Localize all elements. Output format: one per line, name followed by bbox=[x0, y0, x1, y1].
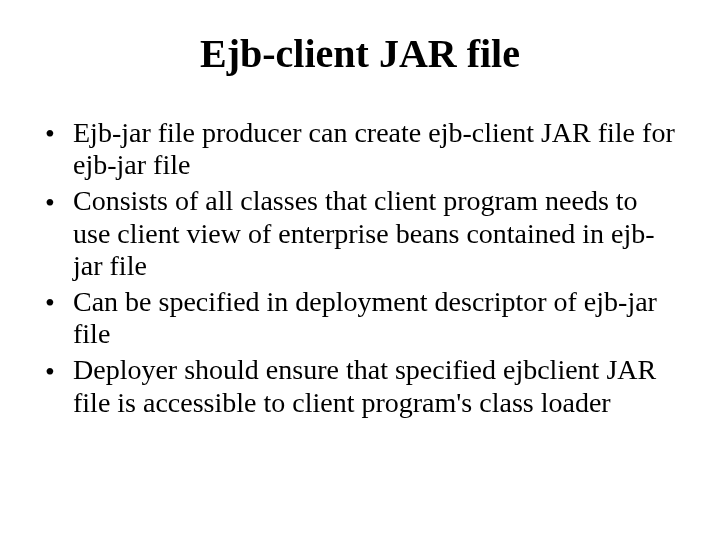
list-item: • Consists of all classes that client pr… bbox=[45, 185, 680, 282]
bullet-list: • Ejb-jar file producer can create ejb-c… bbox=[45, 117, 680, 419]
bullet-icon: • bbox=[45, 287, 55, 319]
bullet-icon: • bbox=[45, 187, 55, 219]
slide: Ejb-client JAR file • Ejb-jar file produ… bbox=[0, 0, 720, 540]
bullet-text: Deployer should ensure that specified ej… bbox=[73, 354, 656, 417]
list-item: • Ejb-jar file producer can create ejb-c… bbox=[45, 117, 680, 181]
bullet-text: Ejb-jar file producer can create ejb-cli… bbox=[73, 117, 675, 180]
bullet-text: Consists of all classes that client prog… bbox=[73, 185, 655, 280]
bullet-text: Can be specified in deployment descripto… bbox=[73, 286, 657, 349]
slide-title: Ejb-client JAR file bbox=[40, 30, 680, 77]
bullet-icon: • bbox=[45, 118, 55, 150]
bullet-icon: • bbox=[45, 356, 55, 388]
list-item: • Can be specified in deployment descrip… bbox=[45, 286, 680, 350]
list-item: • Deployer should ensure that specified … bbox=[45, 354, 680, 418]
